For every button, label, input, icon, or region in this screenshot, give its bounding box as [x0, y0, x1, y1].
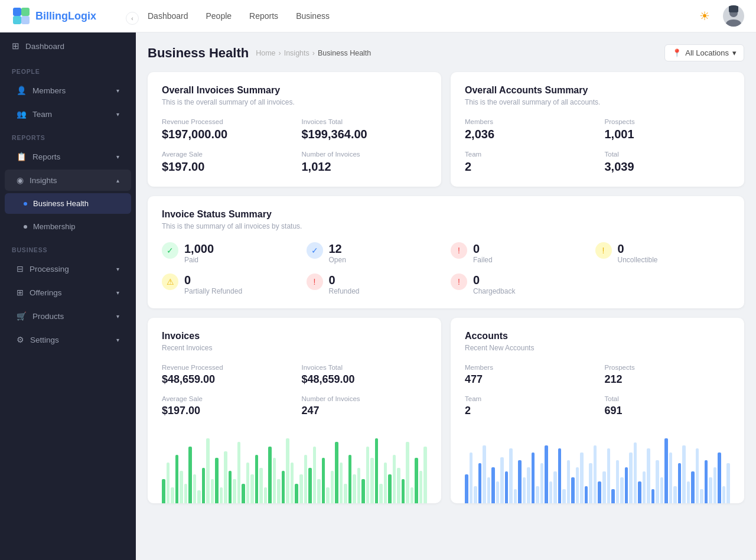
open-icon: ✓ — [307, 242, 323, 259]
svg-rect-2 — [13, 16, 21, 24]
members-chevron: ▾ — [116, 87, 119, 94]
stat-prospects: Prospects 1,001 — [605, 118, 731, 141]
accounts-bar-chart — [465, 426, 730, 503]
stat-team: Team 2 — [465, 151, 591, 174]
recent-invoices-total: Invoices Total $48,659.00 — [302, 364, 428, 386]
sidebar-item-insights[interactable]: ◉ Insights ▴ — [5, 170, 131, 191]
dashboard-label: Dashboard — [25, 42, 64, 51]
theme-toggle-icon[interactable]: ☀ — [699, 9, 713, 23]
sidebar-item-settings[interactable]: ⚙ Settings ▾ — [5, 329, 131, 350]
page-title: Business Health — [148, 45, 249, 61]
recent-number-of-invoices: Number of Invoices 247 — [302, 395, 428, 417]
team-chevron: ▾ — [116, 111, 119, 118]
dashboard-icon: ⊞ — [12, 41, 19, 51]
breadcrumb-insights: Insights — [284, 49, 309, 57]
processing-chevron: ▾ — [116, 266, 119, 272]
breadcrumb-current: Business Health — [318, 49, 371, 57]
offerings-icon: ⊞ — [17, 288, 24, 297]
accounts-recent-stats: Members 477 Prospects 212 Team 2 Total 6… — [465, 364, 730, 417]
svg-rect-1 — [21, 8, 30, 16]
nav-dashboard[interactable]: Dashboard — [148, 9, 188, 23]
invoices-chart-subtitle: Recent Invoices — [162, 344, 427, 352]
svg-rect-5 — [729, 5, 738, 12]
insights-icon: ◉ — [17, 175, 24, 185]
stat-average-sale: Average Sale $197.00 — [162, 151, 288, 174]
stat-revenue-processed: Revenue Processed $197,000.00 — [162, 118, 288, 141]
stat-total: Total 3,039 — [605, 151, 731, 174]
sidebar: ⊞ Dashboard PEOPLE 👤 Members ▾ 👥 Team ▾ … — [0, 32, 136, 560]
nav-business[interactable]: Business — [296, 9, 330, 23]
failed-icon: ! — [451, 242, 467, 259]
recent-average-sale: Average Sale $197.00 — [162, 395, 288, 417]
membership-dot — [24, 225, 27, 229]
chargedback-icon: ! — [451, 274, 467, 290]
people-section-label: PEOPLE — [0, 60, 136, 79]
invoice-status-title: Invoice Status Summary — [162, 209, 730, 220]
members-icon: 👤 — [17, 86, 27, 95]
settings-chevron: ▾ — [116, 337, 119, 343]
recent-revenue-processed: Revenue Processed $48,659.00 — [162, 364, 288, 386]
reports-section-label: REPORTS — [0, 126, 136, 145]
user-avatar-img — [723, 5, 744, 27]
invoice-status-card: Invoice Status Summary This is the summa… — [148, 196, 744, 308]
status-open: ✓ 12 Open — [307, 242, 442, 264]
processing-icon: ⊟ — [17, 264, 24, 274]
paid-icon: ✓ — [162, 242, 178, 259]
breadcrumb-sep1: › — [279, 49, 281, 57]
business-section-label: BUSINESS — [0, 238, 136, 257]
products-icon: 🛒 — [17, 311, 27, 321]
overall-invoices-subtitle: This is the overall summary of all invoi… — [162, 98, 427, 106]
sidebar-item-membership[interactable]: Membership — [5, 216, 131, 237]
avatar[interactable] — [723, 5, 744, 27]
overall-accounts-title: Overall Accounts Summary — [465, 85, 730, 96]
status-row1: ✓ 1,000 Paid ✓ 12 Open ! 0 — [162, 242, 730, 264]
reports-icon: 📋 — [17, 152, 27, 161]
status-failed: ! 0 Failed — [451, 242, 586, 264]
main-nav: Dashboard People Reports Business — [142, 9, 699, 23]
sidebar-item-members[interactable]: 👤 Members ▾ — [5, 80, 131, 101]
nav-people[interactable]: People — [206, 9, 232, 23]
recent-total: Total 691 — [605, 395, 731, 417]
page-header-left: Business Health Home › Insights › Busine… — [148, 45, 371, 61]
recent-team: Team 2 — [465, 395, 591, 417]
location-pin-icon: 📍 — [672, 48, 682, 57]
sidebar-item-team[interactable]: 👥 Team ▾ — [5, 103, 131, 125]
logo-icon — [12, 6, 31, 25]
sidebar-item-business-health[interactable]: Business Health — [5, 193, 131, 214]
status-partially-refunded: ⚠ 0 Partially Refunded — [162, 274, 297, 295]
nav-right: ☀ — [699, 5, 744, 27]
logo: BillingLogix — [12, 6, 142, 25]
logo-text: BillingLogix — [35, 10, 96, 22]
insights-chevron: ▴ — [116, 177, 119, 184]
location-dropdown[interactable]: 📍 All Locations ▾ — [664, 44, 744, 61]
status-chargedback: ! 0 Chargedback — [451, 274, 586, 295]
invoices-bar-chart — [162, 426, 427, 503]
sidebar-item-offerings[interactable]: ⊞ Offerings ▾ — [5, 282, 131, 303]
sidebar-item-products[interactable]: 🛒 Products ▾ — [5, 305, 131, 327]
breadcrumb-home: Home — [256, 49, 275, 57]
invoices-recent-stats: Revenue Processed $48,659.00 Invoices To… — [162, 364, 427, 417]
sidebar-collapse-button[interactable]: ‹ — [126, 12, 139, 25]
partially-refunded-icon: ⚠ — [162, 274, 178, 290]
nav-reports[interactable]: Reports — [249, 9, 278, 23]
status-paid: ✓ 1,000 Paid — [162, 242, 297, 264]
sidebar-item-reports[interactable]: 📋 Reports ▾ — [5, 146, 131, 167]
recent-members: Members 477 — [465, 364, 591, 386]
svg-rect-3 — [21, 16, 30, 24]
status-row2: ⚠ 0 Partially Refunded ! 0 Refunded ! — [162, 274, 730, 295]
top-nav: BillingLogix Dashboard People Reports Bu… — [0, 0, 756, 32]
sidebar-item-dashboard[interactable]: ⊞ Dashboard — [0, 32, 136, 60]
page-header: Business Health Home › Insights › Busine… — [148, 44, 744, 61]
stat-invoices-total: Invoices Total $199,364.00 — [302, 118, 428, 141]
overall-invoices-title: Overall Invoices Summary — [162, 85, 427, 96]
invoices-chart-title: Invoices — [162, 331, 427, 341]
breadcrumb: Home › Insights › Business Health — [256, 49, 371, 57]
reports-chevron: ▾ — [116, 154, 119, 160]
status-uncollectible: ! 0 Uncollectible — [595, 242, 731, 264]
refunded-icon: ! — [307, 274, 323, 290]
invoices-chart-card: Invoices Recent Invoices Revenue Process… — [148, 318, 441, 503]
sidebar-item-processing[interactable]: ⊟ Processing ▾ — [5, 258, 131, 279]
stat-number-of-invoices: Number of Invoices 1,012 — [302, 151, 428, 174]
svg-rect-0 — [13, 8, 21, 16]
overall-accounts-stats: Members 2,036 Prospects 1,001 Team 2 Tot… — [465, 118, 730, 174]
